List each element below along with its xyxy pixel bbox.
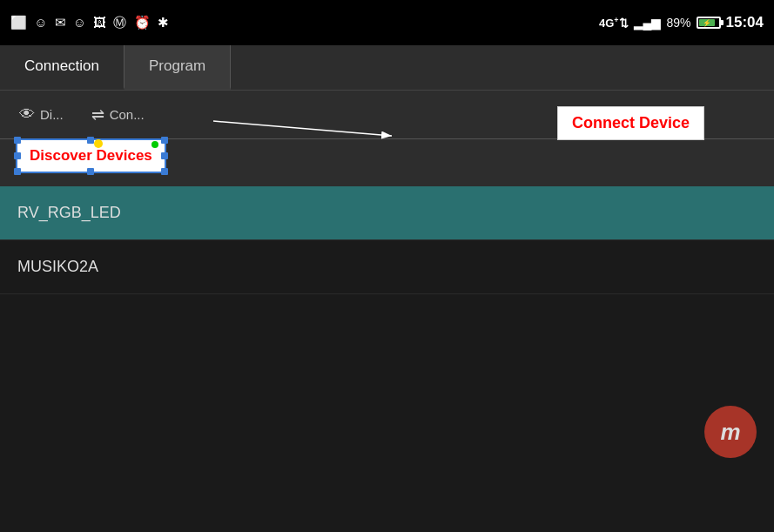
signal-icon: ▂▄▆ <box>634 16 662 30</box>
status-left-icons: ⬜ ☺ ✉ ☺ 🖼 Ⓜ ⏰ ✱ <box>10 15 171 31</box>
battery-percent: 89% <box>666 16 690 30</box>
status-bar: ⬜ ☺ ✉ ☺ 🖼 Ⓜ ⏰ ✱ 4G+⇅ ▂▄▆ 89% ⚡ 15:04 <box>0 0 774 45</box>
connect-callout: Connect Device <box>557 106 704 140</box>
watermark-logo: m <box>704 406 757 458</box>
device-item-musiko2a[interactable]: MUSIKO2A <box>0 240 774 294</box>
device-item-rv-rgb-led[interactable]: RV_RGB_LED <box>0 186 774 240</box>
sub-tab-discover-label: Di... <box>40 107 64 122</box>
sub-tab-connect[interactable]: ⇌ Con... <box>79 98 157 131</box>
sub-tab-connect-label: Con... <box>110 107 145 122</box>
sub-tab-discover[interactable]: 👁 Di... <box>7 98 76 131</box>
tab-connection[interactable]: Connection <box>0 45 125 90</box>
device-name: MUSIKO2A <box>17 258 98 275</box>
network-icon: 4G+⇅ <box>599 16 629 30</box>
discover-callout: Discover Devices <box>16 138 166 173</box>
green-dot <box>151 141 158 148</box>
clock: 15:04 <box>726 14 764 31</box>
connect-callout-text: Connect Device <box>572 114 690 131</box>
discover-callout-text: Discover Devices <box>30 147 152 164</box>
tab-program[interactable]: Program <box>125 45 231 90</box>
device-list: RV_RGB_LED MUSIKO2A <box>0 186 774 532</box>
connect-icon: ⇌ <box>91 105 104 125</box>
tab-bar: Connection Program <box>0 45 774 91</box>
status-right-info: 4G+⇅ ▂▄▆ 89% ⚡ 15:04 <box>599 14 764 31</box>
eye-icon: 👁 <box>19 105 35 124</box>
sub-tab-and-annotation-area: 👁 Di... ⇌ Con... <box>0 91 774 186</box>
main-content: Connection Program 👁 Di... ⇌ Con... <box>0 45 774 532</box>
device-name: RV_RGB_LED <box>17 204 121 221</box>
notification-icons: ⬜ ☺ ✉ ☺ 🖼 Ⓜ ⏰ ✱ <box>10 15 171 31</box>
watermark-text: m <box>720 419 740 446</box>
yellow-dot <box>94 139 103 148</box>
battery-icon: ⚡ <box>697 17 721 29</box>
